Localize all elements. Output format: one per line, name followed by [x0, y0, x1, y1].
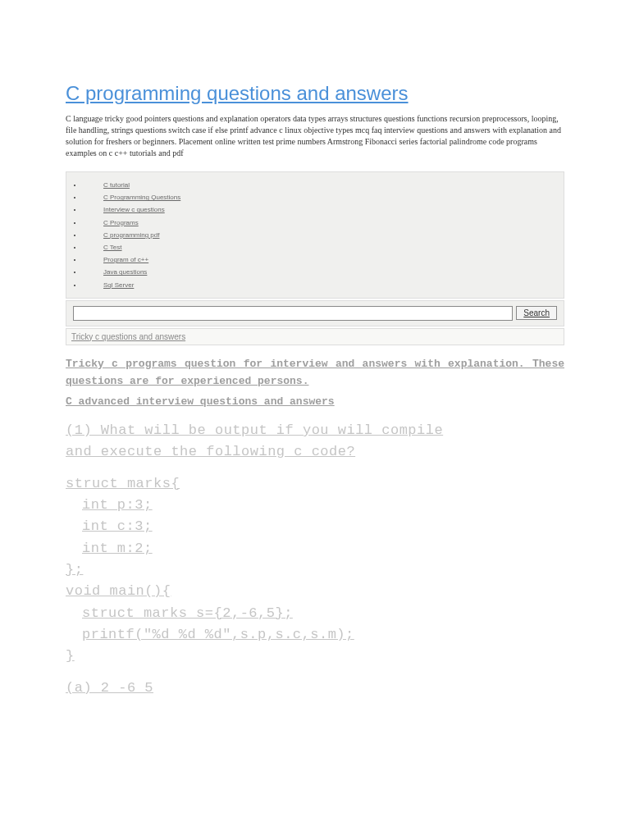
intro-subheading: C advanced interview questions and answe…	[66, 393, 564, 410]
nav-link-programs[interactable]: C Programs	[103, 219, 139, 226]
nav-link-cpp[interactable]: Program of c++	[103, 256, 148, 263]
nav-link-sql[interactable]: Sql Server	[103, 281, 134, 289]
page-description: C language tricky good pointers question…	[66, 113, 564, 159]
search-row: Search	[66, 300, 564, 326]
nav-list: C tutorial C Programming Questions Inter…	[66, 179, 564, 291]
nav-item: Program of c++	[83, 253, 564, 266]
question-line: and execute the following c code?	[66, 441, 564, 463]
intro-heading: Tricky c programs question for interview…	[66, 355, 564, 390]
nav-item: Interview c questions	[83, 203, 564, 216]
nav-item: C programming pdf	[83, 229, 564, 241]
nav-link-interview[interactable]: Interview c questions	[103, 206, 165, 213]
nav-item: C Programming Questions	[83, 191, 564, 203]
code-section: (1) What will be output if you will comp…	[66, 420, 564, 699]
code-line: printf("%d %d %d",s.p,s.c,s.m);	[66, 624, 564, 646]
code-line: struct marks{	[66, 473, 564, 495]
nav-link-pdf[interactable]: C programming pdf	[103, 231, 159, 239]
search-input[interactable]	[73, 306, 513, 321]
option-a: (a) 2 -6 5	[66, 678, 564, 699]
nav-link-tutorial[interactable]: C tutorial	[103, 181, 130, 189]
nav-item: C Test	[83, 241, 564, 253]
article-title-link[interactable]: Tricky c questions and answers	[66, 328, 564, 345]
code-line: struct marks s={2,-6,5};	[66, 603, 564, 624]
code-line: void main(){	[66, 581, 564, 602]
nav-link-questions[interactable]: C Programming Questions	[103, 194, 180, 201]
nav-item: C Programs	[83, 217, 564, 229]
code-line: int p:3;	[66, 495, 564, 516]
code-line: }	[66, 646, 564, 667]
nav-link-test[interactable]: C Test	[103, 244, 122, 251]
search-button[interactable]: Search	[516, 306, 557, 320]
nav-link-java[interactable]: Java questions	[103, 268, 147, 276]
nav-item: C tutorial	[83, 179, 564, 191]
question-line: (1) What will be output if you will comp…	[66, 420, 564, 441]
nav-item: Java questions	[83, 266, 564, 278]
code-line: int m:2;	[66, 538, 564, 559]
code-block: struct marks{ int p:3; int c:3; int m:2;…	[66, 473, 564, 668]
code-line: };	[66, 559, 564, 581]
page-title[interactable]: C programming questions and answers	[66, 82, 564, 105]
nav-item: Sql Server	[83, 279, 564, 291]
nav-box: C tutorial C Programming Questions Inter…	[66, 171, 564, 299]
code-line: int c:3;	[66, 516, 564, 537]
content-block: Tricky c programs question for interview…	[66, 355, 564, 699]
